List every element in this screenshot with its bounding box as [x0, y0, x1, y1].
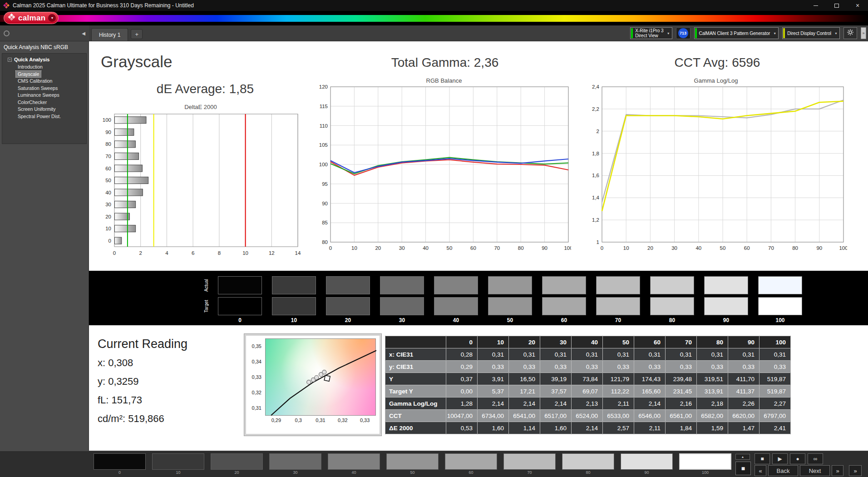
table-cell: 0,31: [603, 348, 634, 361]
app-logo-icon: [3, 2, 10, 9]
table-cell: 411,70: [728, 373, 760, 385]
svg-text:0: 0: [108, 238, 111, 243]
sidebar-item-spectral-power-dist-[interactable]: Spectral Power Dist.: [16, 113, 63, 120]
calman-logo-icon: [8, 13, 15, 23]
workflow-home-icon[interactable]: [4, 30, 10, 36]
meter-dropdown[interactable]: X-Rite i1Pro 3 Direct View ▼: [630, 27, 672, 39]
close-button[interactable]: ×: [847, 0, 868, 11]
cct-average-heading: CCT Avg: 6596: [631, 55, 804, 70]
sidebar-item-luminance-sweeps[interactable]: Luminance Sweeps: [16, 92, 61, 99]
svg-text:100: 100: [839, 245, 847, 251]
pattern-level-button[interactable]: 10: [152, 453, 204, 475]
table-cell: 1,59: [697, 422, 728, 434]
table-cell: 0,33: [603, 361, 634, 373]
sidebar-item-colorchecker[interactable]: ColorChecker: [16, 99, 49, 106]
current-reading-line: cd/m²: 519,866: [98, 413, 164, 425]
table-cell: 0,33: [666, 361, 697, 373]
pattern-level-button[interactable]: 20: [211, 453, 263, 475]
cie-chromaticity-panel[interactable]: 0,310,320,330,340,35 0,290,30,310,320,33: [244, 334, 381, 436]
stop-button[interactable]: ■: [755, 453, 770, 464]
swatch-level-label: 70: [596, 317, 640, 323]
table-cell: 174,43: [634, 373, 666, 385]
table-cell: 2,13: [572, 398, 603, 410]
svg-text:6: 6: [192, 250, 194, 256]
workflow-tree: - Quick Analysis IntroductionGrayscaleCM…: [2, 53, 87, 144]
table-cell: 6734,00: [478, 410, 509, 422]
settings-button[interactable]: [843, 27, 857, 39]
calman-logo-menu[interactable]: calman ▼: [4, 12, 59, 24]
svg-text:14: 14: [295, 250, 301, 256]
sidebar-collapse-button[interactable]: ◀: [82, 31, 85, 36]
pattern-level-button[interactable]: 80: [562, 453, 614, 475]
table-cell: 0,00: [446, 385, 478, 398]
chevron-down-icon: ▼: [667, 32, 670, 35]
sidebar-item-saturation-sweeps[interactable]: Saturation Sweeps: [16, 85, 59, 92]
pattern-generator-dropdown[interactable]: CalMAN Client 3 Pattern Generator ▼: [694, 27, 779, 39]
swatch-level-label: 40: [434, 317, 478, 323]
table-cell: 1,60: [478, 422, 509, 434]
sidebar-item-grayscale[interactable]: Grayscale: [16, 71, 41, 78]
table-cell: 0,28: [446, 348, 478, 361]
pattern-level-button[interactable]: 40: [328, 453, 380, 475]
pattern-level-button[interactable]: 0: [94, 453, 146, 475]
grayscale-ramp-panel: Actual Target 0102030405060708090100: [89, 271, 868, 325]
sidebar-item-screen-uniformity[interactable]: Screen Uniformity: [16, 106, 57, 113]
svg-text:0: 0: [601, 245, 603, 251]
table-row-label: Target Y: [385, 385, 446, 398]
table-cell: 0,33: [697, 361, 728, 373]
table-row-label: Y: [385, 373, 446, 385]
skip-back-button[interactable]: «: [755, 465, 766, 476]
actual-swatch-row: [218, 276, 802, 294]
de-average-heading: dE Average: 1,85: [119, 82, 291, 96]
grayscale-swatch: [488, 276, 532, 294]
swatch-level-label: 50: [488, 317, 532, 323]
panel-expand-button[interactable]: »: [861, 27, 866, 39]
panel-up-button[interactable]: ▲: [735, 454, 750, 460]
table-cell: 0,31: [728, 348, 760, 361]
svg-text:10: 10: [242, 250, 248, 256]
display-control-dropdown[interactable]: Direct Display Control ▼: [782, 27, 840, 39]
table-cell: 6533,00: [603, 410, 634, 422]
back-button[interactable]: Back: [768, 465, 798, 476]
play-button[interactable]: ▶: [772, 453, 788, 464]
pattern-swatch: [621, 453, 673, 470]
more-navigation-button[interactable]: »: [849, 465, 862, 476]
pattern-level-button[interactable]: 60: [445, 453, 497, 475]
table-cell: 2,18: [697, 398, 728, 410]
pattern-level-button[interactable]: 50: [386, 453, 439, 475]
add-tab-button[interactable]: +: [131, 29, 143, 39]
table-cell: 411,37: [728, 385, 760, 398]
continuous-read-button[interactable]: ∞: [808, 453, 823, 464]
svg-text:70: 70: [768, 245, 774, 251]
minimize-button[interactable]: [805, 0, 826, 11]
pattern-level-button[interactable]: 90: [621, 453, 673, 475]
swatch-level-label: 30: [380, 317, 424, 323]
svg-text:80: 80: [518, 245, 524, 251]
pattern-generator-name: CalMAN Client 3 Pattern Generator: [699, 31, 770, 36]
table-row: Gamma Log/Log1,282,142,142,142,132,112,1…: [385, 398, 791, 410]
table-cell: 0,31: [697, 348, 728, 361]
table-corner-cell: [385, 336, 446, 348]
table-cell: 231,45: [666, 385, 697, 398]
table-cell: 2,11: [603, 398, 634, 410]
tree-expander-icon[interactable]: -: [8, 58, 12, 62]
read-button[interactable]: ●: [790, 453, 805, 464]
sidebar-item-cms-calibration[interactable]: CMS Calibration: [16, 78, 54, 84]
pattern-window-button[interactable]: ■: [735, 462, 751, 475]
deltae-chart-title: DeltaE 2000: [96, 104, 305, 111]
calman-app-window: Calman 2025 Calman Ultimate for Business…: [0, 0, 868, 477]
pattern-level-button[interactable]: 70: [503, 453, 556, 475]
tab-history-1[interactable]: History 1: [91, 28, 128, 41]
pattern-level-button[interactable]: 100: [679, 453, 731, 475]
sidebar-item-quick-analysis-root[interactable]: - Quick Analysis: [2, 56, 86, 63]
next-button[interactable]: Next: [800, 465, 830, 476]
pattern-level-button[interactable]: 30: [269, 453, 321, 475]
maximize-button[interactable]: [826, 0, 847, 11]
grayscale-swatch: [650, 276, 694, 294]
sidebar-item-introduction[interactable]: Introduction: [16, 64, 44, 70]
cie-y-tick-label: 0,32: [252, 390, 261, 395]
grayscale-swatch: [542, 297, 586, 315]
table-cell: 0,31: [666, 348, 697, 361]
skip-forward-button[interactable]: »: [832, 465, 843, 476]
svg-text:70: 70: [494, 245, 500, 251]
